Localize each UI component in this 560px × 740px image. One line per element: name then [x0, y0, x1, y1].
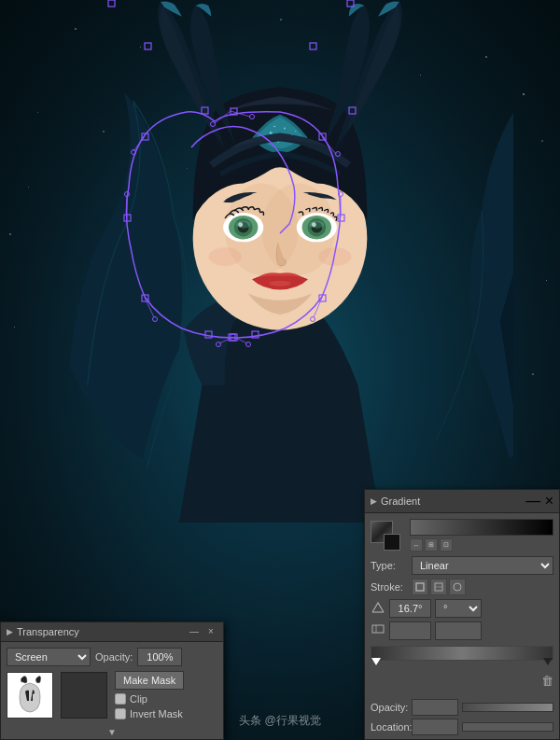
angle-input[interactable] [389, 599, 431, 618]
svg-point-26 [269, 281, 291, 286]
opacity-input[interactable] [137, 648, 182, 666]
svg-rect-64 [416, 583, 424, 591]
opacity-gradient-slider[interactable] [462, 703, 553, 712]
svg-point-5 [318, 247, 351, 266]
aspect-symbol-icon [371, 621, 385, 636]
aspect-row [371, 621, 553, 640]
gradient-type-row: Type: Linear Radial Freeform [371, 556, 553, 575]
blend-opacity-row: Screen Normal Multiply Overlay Opacity: [7, 648, 217, 666]
type-label: Type: [371, 560, 408, 571]
thumbnail-svg [12, 675, 48, 717]
gradient-panel-title: ▶ Gradient [371, 496, 420, 507]
panel-close-button[interactable]: × [204, 625, 217, 638]
gradient-panel-controls: — × [525, 493, 553, 510]
panel-header-controls: — × [188, 625, 217, 638]
gradient-option3-icon[interactable]: ⊡ [440, 538, 453, 552]
svg-point-25 [309, 221, 324, 229]
svg-rect-69 [372, 625, 384, 633]
svg-point-13 [295, 131, 297, 133]
watermark-text: 头条 @行果视觉 [239, 713, 321, 729]
stroke-label: Stroke: [371, 581, 408, 593]
mask-thumbnail[interactable] [61, 672, 107, 719]
delete-stop-button[interactable]: 🗑 [541, 674, 553, 688]
gradient-color-stop-row [371, 646, 553, 664]
transparency-panel: ▶ Transparency — × Screen Normal Multipl… [0, 621, 224, 740]
gradient-panel-header: ▶ Gradient — × [365, 490, 559, 513]
stroke-icon-group [412, 579, 466, 595]
make-mask-button[interactable]: Make Mask [115, 671, 184, 690]
clip-checkbox[interactable] [115, 693, 126, 705]
clip-label: Clip [130, 693, 147, 705]
invert-mask-checkbox-row: Invert Mask [115, 708, 184, 719]
gradient-collapse-icon[interactable]: ▶ [371, 496, 377, 506]
object-thumbnail[interactable] [7, 672, 53, 719]
gradient-preview-stack: ↔ ⊞ ⊡ [410, 519, 553, 552]
gradient-bg-swatch[interactable] [384, 534, 400, 551]
angle-row: ° [371, 599, 553, 618]
opacity-label: Opacity: [95, 651, 133, 663]
gradient-stop-right[interactable] [543, 658, 553, 665]
aspect-display[interactable] [435, 621, 482, 640]
stroke-icon-2[interactable] [430, 579, 447, 595]
reverse-gradient-icon[interactable]: ↔ [410, 538, 423, 552]
gradient-panel-body: ↔ ⊞ ⊡ Type: Linear Radial Freeform Strok… [365, 513, 559, 739]
location-gradient-slider[interactable] [462, 722, 553, 732]
angle-units-select[interactable]: ° [435, 599, 482, 618]
aspect-input[interactable] [389, 621, 431, 640]
svg-point-19 [236, 221, 251, 229]
angle-icon [371, 600, 385, 618]
gradient-options-row: ↔ ⊞ ⊡ [410, 538, 553, 552]
transparency-panel-title: ▶ Transparency [7, 626, 79, 637]
angle-symbol-icon [371, 600, 385, 615]
gradient-opacity-input[interactable] [412, 699, 458, 716]
transparency-panel-body: Screen Normal Multiply Overlay Opacity: [1, 642, 223, 725]
gradient-opacity-label: Opacity: [371, 702, 408, 713]
gradient-panel-close[interactable]: × [545, 493, 553, 509]
gradient-color-stack [371, 521, 400, 551]
stroke-icon-3[interactable] [449, 579, 466, 595]
gradient-bar[interactable] [371, 646, 553, 661]
mask-options: Make Mask Clip Invert Mask [115, 671, 184, 719]
aspect-icon [371, 621, 385, 640]
gradient-type-select[interactable]: Linear Radial Freeform [412, 556, 553, 575]
gradient-linear-preview[interactable] [410, 519, 553, 536]
gradient-opacity-row: Opacity: [371, 699, 553, 716]
stroke-icon-1[interactable] [412, 579, 428, 595]
delete-stop-row: 🗑 [371, 674, 553, 688]
svg-point-4 [208, 247, 241, 266]
mask-area: Make Mask Clip Invert Mask [7, 671, 217, 719]
gradient-slider-area: 🗑 [371, 644, 553, 693]
svg-point-6 [270, 132, 273, 134]
gradient-location-label: Location: [371, 721, 408, 733]
gradient-location-input[interactable] [412, 719, 458, 735]
panel-bottom-arrow: ▼ [1, 725, 223, 739]
gradient-option2-icon[interactable]: ⊞ [425, 538, 438, 552]
clip-checkbox-row: Clip [115, 693, 184, 705]
gradient-preview-row: ↔ ⊞ ⊡ [371, 519, 553, 552]
blend-mode-select[interactable]: Screen Normal Multiply Overlay [7, 648, 91, 666]
panel-minimize-button[interactable]: — [188, 625, 201, 638]
character-illustration [47, 0, 513, 523]
gradient-panel: ▶ Gradient — × ↔ ⊞ ⊡ [364, 489, 560, 740]
svg-point-7 [284, 128, 286, 130]
svg-point-67 [454, 583, 461, 591]
svg-point-12 [273, 126, 275, 128]
gradient-stop-left[interactable] [371, 658, 381, 665]
invert-mask-label: Invert Mask [130, 708, 183, 719]
gradient-stroke-row: Stroke: [371, 579, 553, 595]
collapse-arrow-icon[interactable]: ▶ [7, 627, 13, 636]
invert-mask-checkbox[interactable] [115, 708, 126, 719]
gradient-panel-minimize[interactable]: — [525, 493, 540, 509]
transparency-panel-header: ▶ Transparency — × [1, 622, 223, 642]
gradient-location-row: Location: [371, 719, 553, 735]
